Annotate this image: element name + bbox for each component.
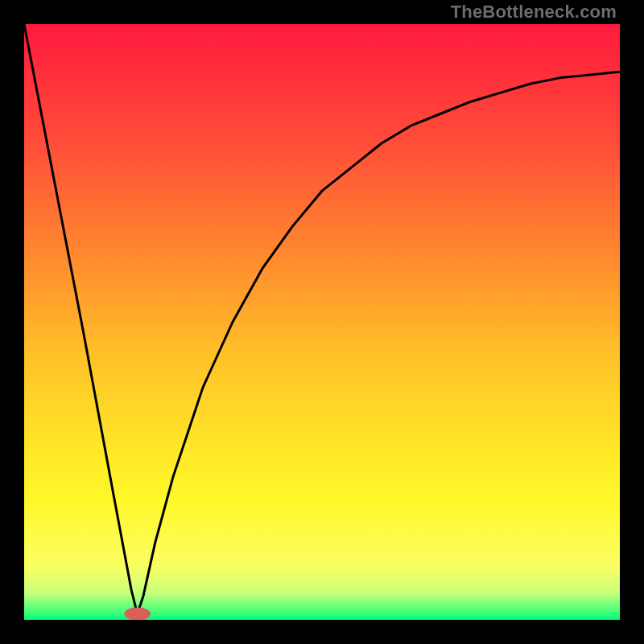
gradient-background bbox=[24, 24, 620, 620]
optimal-point-marker bbox=[124, 607, 151, 620]
plot-svg bbox=[24, 24, 620, 620]
plot-area bbox=[24, 24, 620, 620]
chart-frame: TheBottleneck.com bbox=[0, 0, 644, 644]
watermark-text: TheBottleneck.com bbox=[451, 2, 617, 23]
